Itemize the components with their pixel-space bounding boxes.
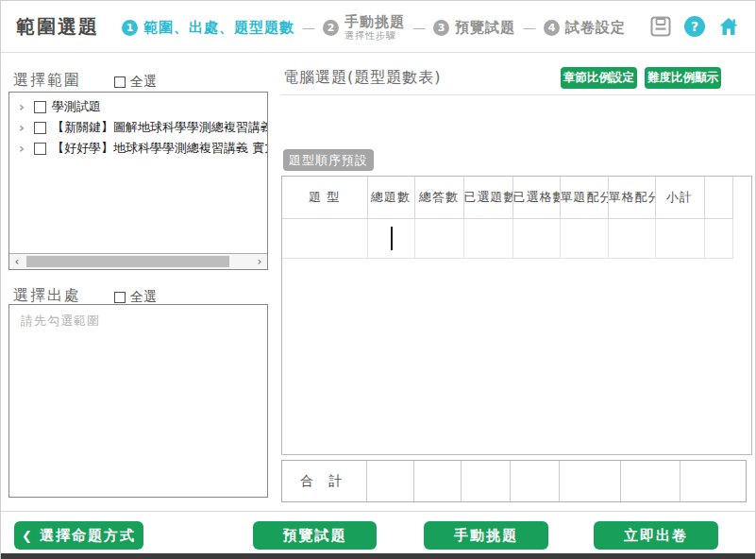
step-3-label: 預覽試題 xyxy=(455,19,515,37)
scrollbar-track[interactable] xyxy=(25,254,252,269)
back-button-label: 選擇命題方式 xyxy=(40,527,136,545)
back-to-method-button[interactable]: ❮ 選擇命題方式 xyxy=(14,521,143,550)
top-bar: 範圍選題 1 範圍、出處、題型題數 — 2 手動挑題 選擇性步驟 — 3 預覽試… xyxy=(1,1,755,53)
tree-item-new-key-book[interactable]: › 【新關鍵】圖解地球科學學測總複習講義 xyxy=(9,117,267,138)
text-cursor xyxy=(391,227,393,250)
back-chevron-icon: ❮ xyxy=(22,529,34,543)
range-tree: › 學測試題 › 【新關鍵】圖解地球科學學測總複習講義 › 【好好學】地球科學學… xyxy=(9,96,267,159)
step-2-manual-pick[interactable]: 2 手動挑題 選擇性步驟 xyxy=(323,14,405,41)
cell-empty[interactable] xyxy=(704,218,732,258)
step-separator: — xyxy=(412,20,426,35)
totals-cell xyxy=(560,461,621,501)
step-2-sublabel: 選擇性步驟 xyxy=(344,30,405,41)
step-1-range[interactable]: 1 範圍、出處、題型題數 xyxy=(122,19,294,37)
cell-subtotal[interactable] xyxy=(655,218,704,258)
cell-selected-questions[interactable] xyxy=(463,218,512,258)
manual-pick-button[interactable]: 手動挑題 xyxy=(424,521,548,550)
step-separator: — xyxy=(523,20,536,35)
cell-question-type[interactable] xyxy=(282,218,367,258)
bottom-divider xyxy=(1,511,755,512)
computer-selection-title: 電腦選題(題型題數表) xyxy=(283,68,441,88)
question-order-tab[interactable]: 題型順序預設 xyxy=(283,149,374,171)
totals-cell xyxy=(621,461,681,501)
save-icon[interactable] xyxy=(649,15,672,38)
col-selected-blanks: 已選格數 xyxy=(512,177,560,218)
tree-item-good-learn-book[interactable]: › 【好好學】地球科學學測總複習講義 實力 xyxy=(9,138,267,159)
col-empty xyxy=(704,177,732,218)
exam-builder-page: 範圍選題 1 範圍、出處、題型題數 — 2 手動挑題 選擇性步驟 — 3 預覽試… xyxy=(0,0,756,559)
step-4-number: 4 xyxy=(544,20,560,36)
help-icon[interactable]: ? xyxy=(684,16,705,37)
step-separator: — xyxy=(302,20,315,35)
source-placeholder-text: 請先勾選範圍 xyxy=(21,313,100,330)
col-subtotal: 小計 xyxy=(655,177,704,218)
step-1-number: 1 xyxy=(122,20,138,36)
totals-cell xyxy=(414,461,462,501)
col-points-per-blank: 單格配分 xyxy=(608,177,655,218)
cell-total-answers[interactable] xyxy=(414,218,463,258)
source-section-title: 選擇出處 xyxy=(13,286,81,306)
range-select-all[interactable]: 全選 xyxy=(114,74,157,91)
tree-item-checkbox[interactable] xyxy=(34,143,46,155)
totals-cell xyxy=(680,461,746,501)
bottom-page-edge xyxy=(1,553,755,559)
tree-item-label: 【好好學】地球科學學測總複習講義 實力 xyxy=(52,140,267,157)
page-title: 範圍選題 xyxy=(16,14,99,40)
question-type-table-container: 題 型 總題數 總答數 已選題數 已選格數 單題配分 單格配分 小計 xyxy=(281,176,752,455)
expand-chevron-icon[interactable]: › xyxy=(19,141,28,156)
totals-cell xyxy=(367,461,415,501)
cell-selected-blanks[interactable] xyxy=(512,218,560,258)
horizontal-scrollbar[interactable]: ‹ › xyxy=(9,253,267,269)
range-select-all-checkbox[interactable] xyxy=(114,76,126,88)
cell-points-per-question[interactable] xyxy=(560,218,608,258)
question-type-table: 題 型 總題數 總答數 已選題數 已選格數 單題配分 單格配分 小計 xyxy=(282,177,733,259)
scroll-right-icon[interactable]: › xyxy=(252,254,267,269)
cell-points-per-blank[interactable] xyxy=(608,218,655,258)
tree-item-gsat-questions[interactable]: › 學測試題 xyxy=(9,96,267,117)
scrollbar-thumb[interactable] xyxy=(26,256,229,267)
step-3-number: 3 xyxy=(433,20,449,36)
tree-item-label: 【新關鍵】圖解地球科學學測總複習講義 xyxy=(52,119,267,136)
expand-chevron-icon[interactable]: › xyxy=(19,120,28,135)
step-3-preview[interactable]: 3 預覽試題 xyxy=(433,19,515,37)
source-select-all-checkbox[interactable] xyxy=(114,292,126,303)
scroll-left-icon[interactable]: ‹ xyxy=(9,254,25,269)
table-header-row: 題 型 總題數 總答數 已選題數 已選格數 單題配分 單格配分 小計 xyxy=(282,177,732,218)
chapter-ratio-button[interactable]: 章節比例設定 xyxy=(561,67,637,89)
totals-row: 合 計 xyxy=(281,460,747,502)
right-panel-divider xyxy=(280,94,755,95)
step-2-number: 2 xyxy=(323,20,339,36)
col-question-type: 題 型 xyxy=(282,177,367,218)
tree-item-label: 學測試題 xyxy=(52,98,101,115)
step-4-label: 試卷設定 xyxy=(565,19,626,37)
source-list-box: 請先勾選範圍 xyxy=(8,304,268,498)
step-2-label: 手動挑題 xyxy=(344,14,405,30)
stepper: 1 範圍、出處、題型題數 — 2 手動挑題 選擇性步驟 — 3 預覽試題 — 4… xyxy=(122,8,626,46)
table-row xyxy=(282,218,732,258)
totals-label-cell: 合 計 xyxy=(282,461,367,501)
tree-item-checkbox[interactable] xyxy=(34,122,46,134)
header-icons: ? xyxy=(649,15,740,38)
difficulty-ratio-button[interactable]: 難度比例顯示 xyxy=(645,67,721,89)
totals-label: 合 計 xyxy=(300,473,347,490)
range-tree-box: › 學測試題 › 【新關鍵】圖解地球科學學測總複習講義 › 【好好學】地球科學學… xyxy=(8,92,268,270)
totals-cell xyxy=(462,461,511,501)
step-1-label: 範圍、出處、題型題數 xyxy=(143,19,294,37)
totals-cell xyxy=(511,461,560,501)
range-select-all-label: 全選 xyxy=(130,74,157,91)
col-total-questions: 總題數 xyxy=(367,177,414,218)
col-selected-questions: 已選題數 xyxy=(463,177,512,218)
step-4-paper-settings[interactable]: 4 試卷設定 xyxy=(544,19,626,37)
expand-chevron-icon[interactable]: › xyxy=(19,99,28,114)
generate-paper-button[interactable]: 立即出卷 xyxy=(594,521,718,550)
home-icon[interactable] xyxy=(717,15,740,38)
col-points-per-question: 單題配分 xyxy=(560,177,608,218)
range-section-title: 選擇範圍 xyxy=(13,71,81,91)
col-total-answers: 總答數 xyxy=(414,177,463,218)
tree-item-checkbox[interactable] xyxy=(34,101,46,113)
cell-total-questions[interactable] xyxy=(367,218,414,258)
preview-questions-button[interactable]: 預覽試題 xyxy=(253,521,377,550)
